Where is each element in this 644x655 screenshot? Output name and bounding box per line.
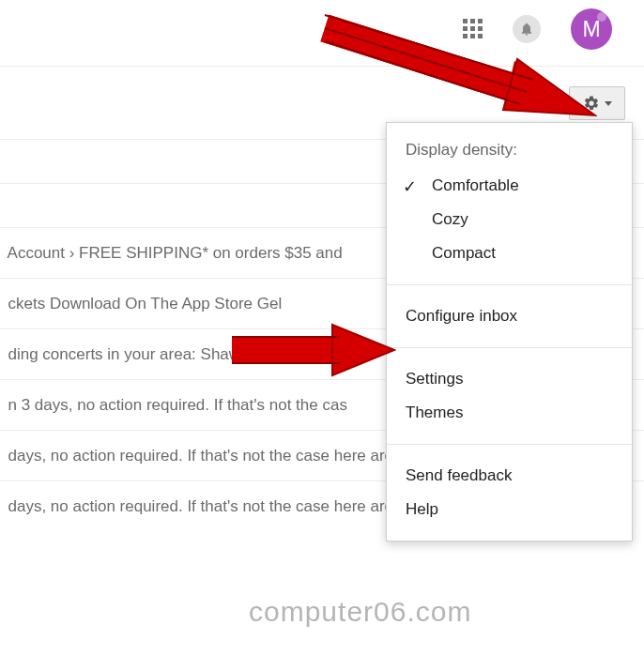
gmail-screen: M Account › FREE SHIPPING* on orders $35… <box>0 0 644 655</box>
settings-menu: Display density: ✓ Comfortable Cozy Comp… <box>386 122 633 541</box>
menu-item-comfortable[interactable]: ✓ Comfortable <box>387 169 632 203</box>
menu-item-label: Comfortable <box>432 176 519 194</box>
menu-item-label: Send feedback <box>406 466 512 484</box>
svg-marker-1 <box>503 59 595 115</box>
mail-snippet: ckets Download On The App Store Gel <box>0 295 282 313</box>
mail-snippet: n 3 days, no action required. If that's … <box>0 396 347 415</box>
menu-item-settings[interactable]: Settings <box>387 362 632 396</box>
menu-item-label: Compact <box>432 244 496 262</box>
chevron-down-icon <box>605 101 612 106</box>
menu-item-label: Configure inbox <box>406 307 517 325</box>
menu-section-density: Display density: ✓ Comfortable Cozy Comp… <box>387 123 632 285</box>
menu-item-label: Settings <box>406 370 463 388</box>
menu-section-settings: Settings Themes <box>387 348 632 445</box>
menu-item-configure-inbox[interactable]: Configure inbox <box>387 299 632 333</box>
mail-snippet: days, no action required. If that's not … <box>0 447 415 465</box>
mail-snippet: Account › FREE SHIPPING* on orders $35 a… <box>0 244 343 263</box>
menu-item-themes[interactable]: Themes <box>387 396 632 430</box>
menu-item-compact[interactable]: Compact <box>387 236 632 270</box>
menu-item-label: Themes <box>406 404 463 421</box>
annotation-arrow-top <box>315 5 597 127</box>
menu-item-cozy[interactable]: Cozy <box>387 203 632 236</box>
svg-marker-2 <box>332 325 394 375</box>
watermark: computer06.com <box>249 596 471 628</box>
menu-item-help[interactable]: Help <box>387 493 632 526</box>
menu-item-label: Cozy <box>432 210 468 228</box>
menu-item-label: Help <box>406 500 438 518</box>
check-icon: ✓ <box>403 176 417 197</box>
menu-section-configure: Configure inbox <box>387 285 632 348</box>
menu-section-help: Send feedback Help <box>387 445 632 541</box>
menu-item-send-feedback[interactable]: Send feedback <box>387 459 632 493</box>
mail-snippet: days, no action required. If that's not … <box>0 497 415 516</box>
annotation-arrow-settings <box>227 317 396 383</box>
density-header: Display density: <box>387 137 632 169</box>
